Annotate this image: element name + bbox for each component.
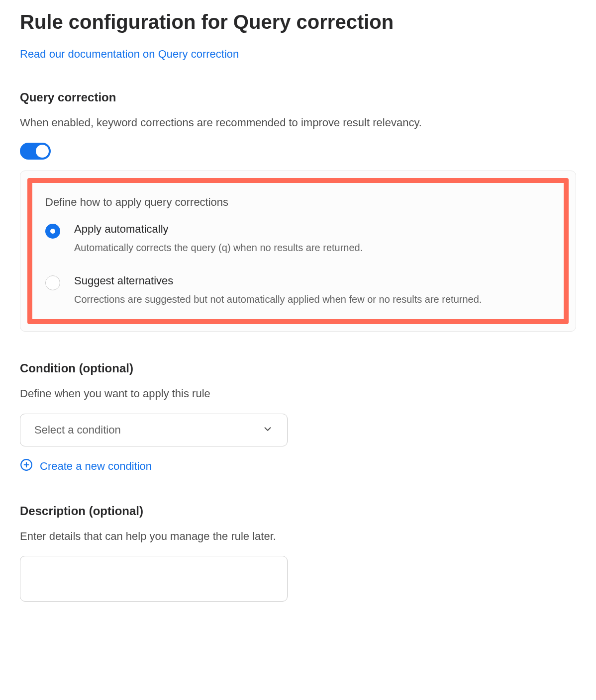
- radio-option-title: Apply automatically: [74, 223, 559, 236]
- radio-text-block: Apply automatically Automatically correc…: [74, 223, 559, 255]
- radio-option-description: Corrections are suggested but not automa…: [74, 292, 559, 306]
- condition-description: Define when you want to apply this rule: [20, 386, 576, 402]
- create-condition-label: Create a new condition: [40, 460, 152, 473]
- query-correction-heading: Query correction: [20, 90, 576, 104]
- radio-icon-unselected: [45, 275, 60, 290]
- radio-option-description: Automatically corrects the query (q) whe…: [74, 241, 559, 255]
- condition-select[interactable]: Select a condition: [20, 414, 288, 446]
- description-section-description: Enter details that can help you manage t…: [20, 529, 576, 544]
- description-input[interactable]: [20, 556, 288, 602]
- radio-option-apply-automatically[interactable]: Apply automatically Automatically correc…: [45, 223, 559, 255]
- radio-option-title: Suggest alternatives: [74, 274, 559, 287]
- query-correction-section: Query correction When enabled, keyword c…: [20, 90, 576, 332]
- define-label: Define how to apply query corrections: [45, 196, 559, 209]
- condition-select-placeholder: Select a condition: [34, 424, 121, 437]
- toggle-knob: [36, 145, 49, 158]
- create-condition-link[interactable]: Create a new condition: [20, 458, 152, 474]
- radio-icon-selected: [45, 224, 60, 239]
- page-title: Rule configuration for Query correction: [20, 10, 576, 34]
- condition-heading: Condition (optional): [20, 361, 576, 375]
- description-section: Description (optional) Enter details tha…: [20, 504, 576, 604]
- radio-text-block: Suggest alternatives Corrections are sug…: [74, 274, 559, 306]
- highlight-box: Define how to apply query corrections Ap…: [27, 178, 569, 324]
- description-heading: Description (optional): [20, 504, 576, 518]
- radio-option-suggest-alternatives[interactable]: Suggest alternatives Corrections are sug…: [45, 274, 559, 306]
- chevron-down-icon: [262, 424, 273, 437]
- query-correction-description: When enabled, keyword corrections are re…: [20, 115, 576, 131]
- query-correction-toggle[interactable]: [20, 143, 51, 160]
- documentation-link[interactable]: Read our documentation on Query correcti…: [20, 48, 239, 61]
- plus-circle-icon: [20, 458, 33, 474]
- options-card: Define how to apply query corrections Ap…: [20, 171, 576, 332]
- condition-section: Condition (optional) Define when you wan…: [20, 361, 576, 474]
